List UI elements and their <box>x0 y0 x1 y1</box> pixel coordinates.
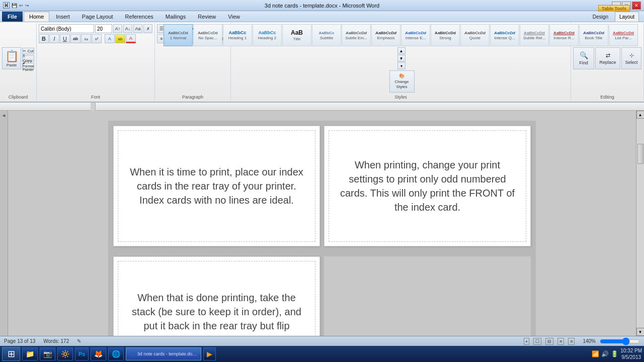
font-grow-button[interactable]: A↑ <box>113 24 122 33</box>
taskbar-vlc[interactable]: ▶ <box>203 347 216 360</box>
scrollbar-down-button[interactable]: ▼ <box>636 328 645 336</box>
text-effects-button[interactable]: A <box>105 34 115 43</box>
tab-file[interactable]: File <box>2 12 23 22</box>
taskbar-photoshop[interactable]: Ps <box>75 347 89 360</box>
styles-more[interactable]: ▾ <box>397 62 406 69</box>
bold-button[interactable]: B <box>39 34 49 43</box>
explorer-icon: 📁 <box>26 350 34 358</box>
editing-content: 🔍 Find ⇄ Replace ⊹ Select <box>573 24 641 93</box>
superscript-button[interactable]: x² <box>92 34 102 43</box>
font-color-button[interactable]: A <box>126 34 136 43</box>
card-2[interactable]: When printing, change your print setting… <box>324 126 531 246</box>
view-web-icon[interactable]: ⊟ <box>545 338 553 345</box>
right-scrollbar: ▲ ▼ <box>636 111 644 336</box>
tab-pagelayout[interactable]: Page Layout <box>76 12 119 22</box>
sidebar-arrow[interactable]: ◄ <box>2 113 7 118</box>
ribbon: 📋 Paste ✂ Cut ⎘ Copy 🖌 Format Painter Cl… <box>0 22 644 103</box>
card-1[interactable]: When it is time to print, place our inde… <box>113 126 320 246</box>
quick-access-undo[interactable]: ↩ <box>19 3 23 8</box>
taskbar-firefox[interactable]: 🦊 <box>91 347 106 360</box>
scrollbar-up-button[interactable]: ▲ <box>636 111 645 119</box>
style-subtle-ref[interactable]: AaBbCcDd Subtle Ref... <box>520 24 549 46</box>
font-label: Font <box>91 94 100 100</box>
view-outline-icon[interactable]: ≡ <box>557 338 564 345</box>
tab-home[interactable]: Home <box>24 12 49 22</box>
title-bar-left: 🇼 💾 ↩ ↪ <box>3 2 29 9</box>
word-icon: 🇼 <box>3 2 10 9</box>
clipboard-label: Clipboard <box>9 94 28 100</box>
style-no-spacing[interactable]: AaBbCcDd No Spac... <box>193 24 222 46</box>
select-icon: ⊹ <box>629 52 634 59</box>
style-subtitle[interactable]: AaBbCc Subtitle <box>312 24 341 46</box>
scrollbar-track[interactable] <box>637 119 644 328</box>
scrollbar-thumb[interactable] <box>637 144 643 164</box>
styles-scroll-up[interactable]: ▲ <box>397 47 406 54</box>
style-title[interactable]: AaB Title <box>282 24 311 46</box>
ruler <box>0 103 644 111</box>
cut-button[interactable]: ✂ Cut <box>22 48 34 54</box>
view-normal-icon[interactable]: ▪ <box>524 338 529 345</box>
styles-group: AaBbCcDd 1 Normal AaBbCcDd No Spac... Aa… <box>231 23 571 101</box>
tray-volume-icon: 🔊 <box>601 350 609 357</box>
clipboard-content: 📋 Paste ✂ Cut ⎘ Copy 🖌 Format Painter <box>2 24 34 93</box>
tab-review[interactable]: Review <box>192 12 221 22</box>
text-highlight-button[interactable]: ab <box>115 34 125 43</box>
tab-layout[interactable]: Layout <box>615 12 639 22</box>
taskbar-tray: 📶 🔊 🔋 10:32 PM 9/5/2013 <box>592 347 642 360</box>
clear-format-button[interactable]: ✗ <box>143 24 152 33</box>
taskbar-explorer[interactable]: 📁 <box>22 347 38 360</box>
document-area[interactable]: When it is time to print, place our inde… <box>8 111 636 336</box>
quick-access-save[interactable]: 💾 <box>12 3 17 8</box>
page-count: Page 13 of 13 <box>4 338 35 344</box>
select-button[interactable]: ⊹ Select <box>621 47 641 69</box>
clipboard-group: 📋 Paste ✂ Cut ⎘ Copy 🖌 Format Painter Cl… <box>0 23 37 101</box>
font-size-input[interactable] <box>95 24 112 33</box>
style-quote[interactable]: AaBbCcDd Quote <box>460 24 490 46</box>
tab-view[interactable]: View <box>222 12 246 22</box>
firefox-icon: 🦊 <box>94 350 103 358</box>
window-title: 3d note cards - template.docx - Microsof… <box>265 3 379 9</box>
strikethrough-button[interactable]: ab <box>70 34 80 43</box>
taskbar-chrome[interactable]: 🌐 <box>108 347 124 360</box>
card-3[interactable]: When that is done printing, take the sta… <box>113 256 320 336</box>
styles-list: AaBbCcDd 1 Normal AaBbCcDd No Spac... Aa… <box>164 24 638 46</box>
taskbar-lightroom[interactable]: 🔆 <box>57 347 73 360</box>
card-1-inner: When it is time to print, place our inde… <box>118 130 315 242</box>
tab-references[interactable]: References <box>120 12 159 22</box>
italic-button[interactable]: I <box>49 34 59 43</box>
font-name-input[interactable] <box>39 24 94 33</box>
card-4[interactable] <box>324 256 531 336</box>
style-strong[interactable]: AaBbCcDd Strong <box>431 24 460 46</box>
paste-button[interactable]: 📋 Paste <box>2 47 21 69</box>
format-painter-button[interactable]: 🖌 Format Painter <box>22 63 34 69</box>
change-case-button[interactable]: Aa <box>133 24 142 33</box>
find-button[interactable]: 🔍 Find <box>573 47 594 69</box>
change-styles-icon: 🎨 <box>399 73 405 78</box>
taskbar-word[interactable]: W 3d note cards - template.docx - Micros… <box>126 347 201 360</box>
style-intense-q[interactable]: AaBbCcDd Intense Q... <box>490 24 519 46</box>
style-subtle-em[interactable]: AaBbCcDd Subtle Em... <box>342 24 371 46</box>
main-area: ◄ When it is time to print, place our in… <box>0 111 644 336</box>
quick-access-redo[interactable]: ↪ <box>25 3 29 8</box>
style-heading1[interactable]: AaBbCc Heading 1 <box>223 24 252 46</box>
styles-scroll-down[interactable]: ▼ <box>397 55 406 62</box>
tab-insert[interactable]: Insert <box>50 12 75 22</box>
subscript-button[interactable]: x₂ <box>81 34 91 43</box>
taskbar-ps-elements[interactable]: 📷 <box>40 347 55 360</box>
view-draft-icon[interactable]: ≡ <box>568 338 575 345</box>
view-layout-icon[interactable]: ☐ <box>533 338 541 345</box>
change-styles-button[interactable]: 🎨 ChangeStyles <box>389 70 415 93</box>
style-intense-em[interactable]: AaBbCcDd Intense E... <box>401 24 430 46</box>
underline-button[interactable]: U <box>60 34 70 43</box>
tab-design[interactable]: Design <box>588 12 613 22</box>
style-normal[interactable]: AaBbCcDd 1 Normal <box>164 24 193 46</box>
replace-button[interactable]: ⇄ Replace <box>595 47 620 69</box>
paragraph-label: Paragraph <box>182 94 203 100</box>
font-shrink-button[interactable]: A↓ <box>123 24 132 33</box>
zoom-slider[interactable] <box>600 338 640 345</box>
lightroom-icon: 🔆 <box>61 350 69 358</box>
style-emphasis[interactable]: AaBbCcDd Emphasis <box>371 24 400 46</box>
tab-mailings[interactable]: Mailings <box>160 12 191 22</box>
style-heading2[interactable]: AaBbCc Heading 2 <box>253 24 282 46</box>
start-button[interactable]: ⊞ <box>2 347 20 361</box>
